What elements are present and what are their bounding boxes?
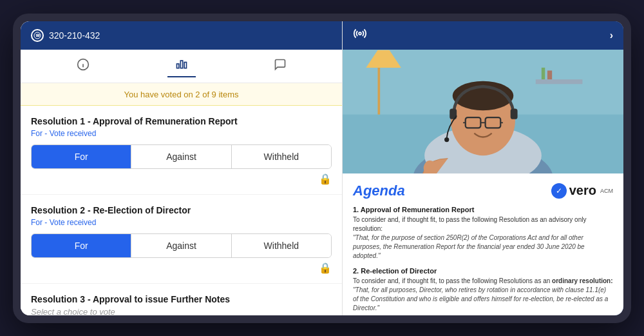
tab-chart[interactable] xyxy=(167,55,196,77)
resolution-3: Resolution 3 - Approval to issue Further… xyxy=(21,284,342,315)
lock-row-2: 🔒 xyxy=(31,258,332,275)
agenda-item-2: 2. Re-election of Director To consider a… xyxy=(353,267,613,313)
agenda-item-1: 1. Approval of Remuneration Report To co… xyxy=(353,206,613,261)
vote-btn-for-1[interactable]: For xyxy=(32,145,131,168)
svg-text:☎: ☎ xyxy=(35,34,41,37)
resolution-2-buttons: For Against Withheld xyxy=(31,233,332,258)
vote-btn-withheld-2[interactable]: Withheld xyxy=(232,234,331,257)
agenda-item-2-title: 2. Re-election of Director xyxy=(353,267,613,275)
top-bar: ☎ 320-210-432 xyxy=(21,21,342,50)
lock-row-1: 🔒 xyxy=(31,169,332,186)
agenda-item-2-body: To consider and, if thought fit, to pass… xyxy=(353,277,613,286)
agenda-item-1-title: 1. Approval of Remuneration Report xyxy=(353,206,613,213)
resolution-1: Resolution 1 - Approval of Remuneration … xyxy=(21,106,342,195)
svg-rect-5 xyxy=(176,64,178,68)
agenda-panel: Agenda ✓ vero ACM 1. Approval of Remuner… xyxy=(343,173,623,315)
vote-banner-text: You have voted on 2 of 9 items xyxy=(124,90,238,99)
svg-rect-6 xyxy=(180,61,182,68)
svg-point-27 xyxy=(444,137,449,141)
svg-point-8 xyxy=(359,32,361,35)
agenda-title: Agenda xyxy=(353,183,405,199)
phone-number: 320-210-432 xyxy=(49,30,100,41)
right-panel: › xyxy=(343,21,623,315)
svg-rect-14 xyxy=(542,67,545,79)
lock-icon-2: 🔒 xyxy=(319,262,332,274)
phone-icon: ☎ xyxy=(31,29,44,42)
resolution-3-placeholder: Select a choice to vote xyxy=(31,307,332,315)
svg-rect-11 xyxy=(378,67,381,114)
person-silhouette xyxy=(343,50,623,173)
resolution-1-buttons: For Against Withheld xyxy=(31,144,332,169)
device: ☎ 320-210-432 xyxy=(13,14,631,323)
video-area xyxy=(343,50,623,173)
vote-btn-against-1[interactable]: Against xyxy=(131,145,231,168)
svg-rect-26 xyxy=(511,108,518,119)
resolution-2-status: For - Vote received xyxy=(31,218,332,227)
vero-brand-name: vero xyxy=(569,183,596,198)
resolution-1-status: For - Vote received xyxy=(31,129,332,138)
vero-acm-label: ACM xyxy=(600,188,613,194)
svg-rect-13 xyxy=(536,79,583,84)
resolution-2-title: Resolution 2 - Re-Election of Director xyxy=(31,205,332,215)
vote-banner: You have voted on 2 of 9 items xyxy=(21,83,342,106)
agenda-num-2: 2. xyxy=(353,267,361,275)
vote-btn-for-2[interactable]: For xyxy=(32,234,131,257)
svg-rect-15 xyxy=(547,70,552,79)
svg-rect-7 xyxy=(184,62,186,68)
agenda-item-1-quote: "That, for the purpose of section 250R(2… xyxy=(353,233,613,261)
vero-logo: ✓ vero ACM xyxy=(551,183,613,199)
vote-btn-against-2[interactable]: Against xyxy=(131,234,231,257)
tab-chat[interactable] xyxy=(266,55,294,77)
tab-bar xyxy=(21,50,342,83)
left-panel: ☎ 320-210-432 xyxy=(21,21,343,315)
podcast-icon xyxy=(353,26,367,44)
svg-rect-28 xyxy=(423,173,436,173)
agenda-item-1-body: To consider and, if thought fit, to pass… xyxy=(353,215,613,233)
resolution-2: Resolution 2 - Re-Election of Director F… xyxy=(21,195,342,284)
agenda-num-1: 1. xyxy=(353,206,361,213)
tab-info[interactable] xyxy=(69,55,97,77)
agenda-item-2-quote: "That, for all purposes, Director, who r… xyxy=(353,286,613,313)
right-top-bar: › xyxy=(343,21,623,50)
screen: ☎ 320-210-432 xyxy=(21,21,623,315)
resolutions-container: Resolution 1 - Approval of Remuneration … xyxy=(21,106,342,315)
agenda-header: Agenda ✓ vero ACM xyxy=(353,183,613,199)
lock-icon-1: 🔒 xyxy=(319,173,332,185)
video-placeholder xyxy=(343,50,623,173)
vote-btn-withheld-1[interactable]: Withheld xyxy=(232,145,331,168)
resolution-1-title: Resolution 1 - Approval of Remuneration … xyxy=(31,116,332,126)
chevron-right-icon[interactable]: › xyxy=(610,30,613,41)
resolution-3-title: Resolution 3 - Approval to issue Further… xyxy=(31,294,332,304)
vero-check-icon: ✓ xyxy=(551,183,567,199)
